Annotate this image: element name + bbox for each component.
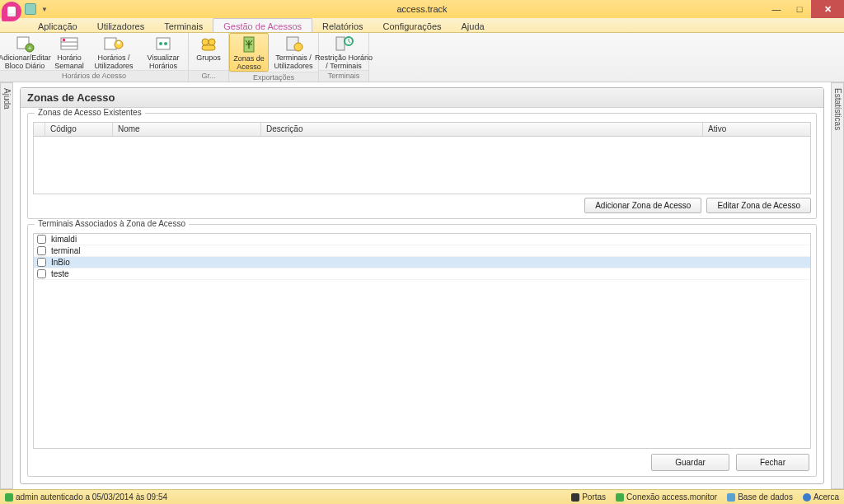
qat-button[interactable] [25, 3, 36, 15]
ribbon-visualizarhor-rios[interactable]: Visualizar Horários [138, 33, 188, 70]
side-tab-stats[interactable]: Estatísticas [831, 82, 844, 489]
status-about[interactable]: Acerca [803, 492, 839, 502]
svg-line-22 [349, 41, 350, 43]
status-database[interactable]: Base de dados [727, 492, 793, 502]
ribbon-grupos[interactable]: Grupos [189, 33, 228, 70]
menu-tab-terminais[interactable]: Terminais [154, 18, 213, 32]
svg-point-9 [117, 41, 120, 44]
titlebar: ▼ access.track ― □ ✕ [0, 0, 844, 18]
ribbon-icon [334, 35, 354, 53]
ribbon-label: Restrição Horário / Terminais [315, 54, 373, 70]
zones-grid-header: Código Nome Descrição Ativo [33, 122, 811, 137]
col-rowheader[interactable] [34, 123, 45, 136]
ribbon-label: Horários / Utilizadores [94, 54, 133, 70]
ribbon-hor-rios-utilizadores[interactable]: Horários / Utilizadores [89, 33, 138, 70]
ribbon-hor-riosemanal[interactable]: Horário Semanal [49, 33, 89, 70]
terminal-checkbox[interactable] [37, 258, 46, 267]
col-nome[interactable]: Nome [113, 123, 261, 136]
ribbon-icon: + [15, 35, 35, 53]
terminals-legend: Terminais Associados à Zona de Acesso [35, 219, 189, 228]
svg-text:+: + [28, 44, 32, 52]
app-menu-icon[interactable] [2, 2, 21, 21]
ribbon-terminais-utilizadores[interactable]: Terminais / Utilizadores [269, 33, 318, 72]
main-panel: Zonas de Acesso Zonas de Acesso Existent… [20, 87, 824, 484]
ribbon-icon [153, 35, 173, 53]
svg-point-13 [202, 39, 209, 45]
database-icon [727, 493, 735, 502]
menu-tab-relat-rios[interactable]: Relatórios [312, 18, 373, 32]
add-zone-button[interactable]: Adicionar Zona de Acesso [584, 198, 701, 213]
side-tab-help[interactable]: Ajuda [0, 82, 13, 489]
terminal-label: terminal [51, 246, 81, 255]
existing-zones-group: Zonas de Acesso Existentes Código Nome D… [27, 113, 817, 219]
svg-rect-15 [202, 45, 215, 50]
zones-grid-body[interactable] [33, 137, 811, 194]
ribbon-zonas-deacesso[interactable]: Zonas de Acesso [229, 33, 269, 72]
terminal-label: teste [51, 269, 69, 278]
connection-icon [616, 493, 624, 502]
door-icon [571, 493, 579, 502]
maximize-button[interactable]: □ [788, 0, 811, 18]
svg-rect-6 [63, 39, 65, 41]
col-descricao[interactable]: Descrição [261, 123, 703, 136]
terminal-row[interactable]: InBio [34, 257, 810, 268]
ribbon-icon [199, 35, 218, 53]
panel-title: Zonas de Acesso [21, 88, 823, 108]
ribbon-label: Visualizar Horários [148, 54, 180, 70]
terminals-group: Terminais Associados à Zona de Acesso ki… [27, 224, 817, 477]
menubar: AplicaçãoUtilizadoresTerminaisGestão de … [0, 18, 844, 33]
status-portas[interactable]: Portas [571, 492, 606, 502]
menu-tab-ajuda[interactable]: Ajuda [452, 18, 495, 32]
menu-tab-utilizadores[interactable]: Utilizadores [87, 18, 154, 32]
menu-tab-configura-es[interactable]: Configurações [373, 18, 452, 32]
ribbon-adicionar-editarbloco-di-rio[interactable]: +Adicionar/Editar Bloco Diário [0, 33, 49, 70]
status-connection[interactable]: Conexão access.monitor [616, 492, 717, 502]
terminals-list[interactable]: kimalditerminalInBioteste [33, 233, 811, 449]
edit-zone-button[interactable]: Editar Zona de Acesso [706, 198, 811, 213]
svg-point-14 [209, 39, 215, 45]
terminal-row[interactable]: teste [34, 268, 810, 280]
terminal-checkbox[interactable] [37, 235, 46, 244]
terminal-row[interactable]: terminal [34, 245, 810, 257]
ribbon-icon [59, 35, 79, 53]
ribbon-icon [239, 35, 259, 54]
ribbon-label: Zonas de Acesso [233, 54, 265, 71]
menu-tab-aplica-o[interactable]: Aplicação [28, 18, 87, 32]
ribbon-icon [104, 35, 124, 53]
minimize-button[interactable]: ― [765, 0, 788, 18]
terminal-checkbox[interactable] [37, 246, 46, 255]
ribbon: +Adicionar/Editar Bloco DiárioHorário Se… [0, 33, 844, 82]
terminal-label: InBio [51, 258, 70, 267]
ribbon-icon [284, 35, 303, 53]
statusbar: admin autenticado a 05/03/2014 às 09:54 … [0, 489, 844, 504]
terminal-row[interactable]: kimaldi [34, 234, 810, 245]
close-button[interactable]: ✕ [811, 0, 844, 18]
ribbon-label: Grupos [196, 54, 221, 62]
ribbon-group-label: Gr... [189, 70, 228, 82]
ribbon-label: Terminais / Utilizadores [274, 54, 312, 70]
terminal-checkbox[interactable] [37, 269, 46, 278]
ribbon-label: Horário Semanal [54, 54, 84, 70]
terminal-label: kimaldi [51, 235, 77, 244]
ribbon-restri-o-hor-rio-terminais[interactable]: Restrição Horário / Terminais [319, 33, 368, 70]
close-panel-button[interactable]: Fechar [736, 454, 809, 471]
svg-point-18 [294, 43, 302, 51]
info-icon [803, 493, 811, 502]
col-ativo[interactable]: Ativo [703, 123, 810, 136]
ribbon-group-label: Exportações [229, 72, 318, 82]
menu-tab-gest-o-de-acessos[interactable]: Gestão de Acessos [213, 18, 312, 32]
svg-rect-10 [157, 38, 170, 49]
window-title: access.track [396, 4, 447, 14]
ribbon-group-label: Terminais [319, 70, 368, 82]
col-codigo[interactable]: Código [45, 123, 113, 136]
save-button[interactable]: Guardar [651, 454, 729, 471]
status-auth-text: admin autenticado a 05/03/2014 às 09:54 [16, 492, 167, 502]
qat-dropdown-icon[interactable]: ▼ [41, 6, 48, 13]
existing-zones-legend: Zonas de Acesso Existentes [35, 108, 145, 117]
ribbon-group-label: Horários de Acesso [0, 70, 188, 82]
svg-point-11 [159, 42, 162, 45]
svg-rect-19 [336, 37, 345, 50]
ribbon-label: Adicionar/Editar Bloco Diário [0, 54, 51, 70]
status-user-icon [5, 493, 13, 502]
svg-point-12 [164, 42, 167, 45]
